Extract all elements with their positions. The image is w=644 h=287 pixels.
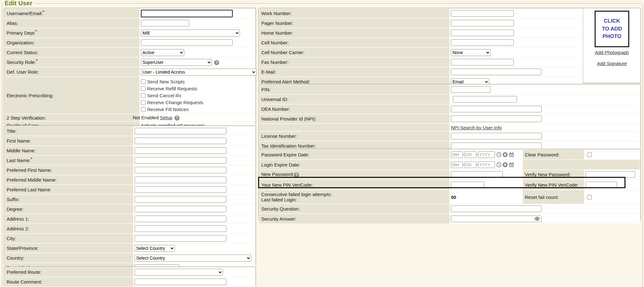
add-signature-link[interactable]: Add Signature [583, 61, 641, 66]
receive-change-requests-option[interactable]: Receive Change Requests [141, 99, 254, 106]
degree-value-cell [134, 205, 255, 214]
clear-date-icon[interactable] [502, 162, 508, 167]
login-expire-yyyy-input[interactable] [478, 161, 495, 168]
title-input[interactable] [135, 128, 226, 134]
npi-row: National Provider Id (NPI): [259, 114, 640, 123]
receive-refill-requests-label: Receive Refill Requests [147, 86, 197, 91]
username-input[interactable] [141, 10, 233, 17]
edit-user-page: Edit User Username/Email:* Alias: [0, 0, 644, 287]
security-question-input[interactable] [451, 205, 541, 212]
verify-new-password-input[interactable] [586, 171, 635, 178]
route-comment-input[interactable] [135, 279, 226, 285]
password-expire-yyyy-input[interactable] [478, 151, 495, 158]
add-photo-box[interactable]: CLICK TO ADD PHOTO [595, 11, 629, 47]
pref-last-name-row: Preferred Last Name [5, 185, 255, 194]
reset-fail-checkbox[interactable] [587, 195, 592, 200]
npi-search-link[interactable]: NPI Search by User Info [451, 125, 502, 130]
dea-number-input[interactable] [451, 106, 542, 112]
last-name-input[interactable] [135, 157, 226, 164]
email-input[interactable] [451, 69, 541, 75]
preferred-route-label-cell: Preferred Route: [5, 267, 133, 277]
receive-refill-requests-option[interactable]: Receive Refill Requests [141, 85, 254, 92]
verify-vericode-input[interactable] [586, 182, 617, 188]
preferred-route-select[interactable] [135, 269, 223, 276]
security-answer-label-cell: Security Answer: [259, 214, 449, 223]
alias-input[interactable] [141, 20, 189, 26]
eprescribing-value-cell: Send New Scripts Receive Refill Requests… [140, 77, 255, 114]
country-select[interactable]: Select Country [135, 255, 251, 262]
security-role-select[interactable]: SuperUser [141, 59, 212, 66]
npi-label: National Provider Id (NPI): [261, 116, 316, 121]
your-vericode-value-cell [450, 180, 522, 190]
def-user-role-select[interactable]: User - Limited Access [141, 69, 257, 76]
security-role-label-cell: Security Role:* [5, 58, 139, 67]
add-photograph-link[interactable]: Add Photograph [583, 50, 641, 55]
send-new-scripts-checkbox[interactable] [141, 79, 146, 84]
current-status-select[interactable]: Active [141, 49, 184, 56]
new-password-help-icon[interactable]: ? [294, 172, 299, 177]
pref-first-name-input[interactable] [135, 167, 226, 173]
your-vericode-input[interactable] [451, 182, 484, 188]
send-cancel-rx-option[interactable]: Send Cancel Rx [141, 92, 254, 99]
login-expire-dd-input[interactable] [464, 161, 476, 168]
clear-password-checkbox[interactable] [587, 152, 592, 157]
cell-carrier-select[interactable]: None [451, 49, 491, 56]
primary-dept-select[interactable]: MIE [141, 30, 240, 37]
password-expire-dd-input[interactable] [464, 151, 476, 158]
address1-input[interactable] [135, 216, 226, 222]
fax-number-input[interactable] [451, 59, 514, 65]
license-number-input[interactable] [451, 133, 542, 139]
receive-fill-notices-checkbox[interactable] [141, 107, 146, 112]
calendar-icon[interactable] [509, 162, 514, 167]
home-number-input[interactable] [451, 30, 514, 36]
pref-last-name-value-cell [134, 185, 255, 194]
send-cancel-rx-checkbox[interactable] [141, 93, 146, 98]
login-expire-mm-input[interactable] [451, 161, 463, 168]
pin-input[interactable] [451, 86, 491, 93]
verify-new-password-label: Verify New Password: [525, 172, 571, 177]
clock-icon[interactable] [496, 152, 502, 157]
work-number-input[interactable] [451, 10, 514, 17]
address2-input[interactable] [135, 225, 226, 232]
pref-last-name-input[interactable] [135, 186, 226, 193]
pager-number-input[interactable] [451, 20, 514, 26]
def-user-role-row: Def. User Role: User - Limited Access [5, 67, 255, 76]
failed-attempts-row: Consecutive failed login attempts: Last … [259, 190, 640, 204]
address2-label-cell: Address 2: [5, 224, 133, 233]
npi-input[interactable] [451, 115, 542, 122]
organization-input[interactable] [141, 39, 233, 46]
security-role-help-icon[interactable]: ? [214, 60, 219, 65]
state-select[interactable]: Select Country [135, 245, 175, 252]
send-new-scripts-option[interactable]: Send New Scripts [141, 78, 254, 85]
universal-id-input[interactable] [453, 96, 517, 103]
cell-number-label: Cell Number: [261, 40, 289, 45]
receive-fill-notices-option[interactable]: Receive Fill Notices [141, 106, 254, 113]
calendar-icon[interactable] [509, 152, 514, 157]
fax-number-row: Fax Number: [259, 58, 582, 67]
pin-label: PIN: [261, 87, 270, 92]
suffix-input[interactable] [135, 196, 226, 203]
cell-number-input[interactable] [451, 39, 514, 46]
clock-icon[interactable] [496, 162, 502, 167]
security-answer-input[interactable] [451, 216, 541, 222]
middle-name-input[interactable] [135, 147, 226, 154]
degree-input[interactable] [135, 206, 226, 212]
city-input[interactable] [135, 235, 226, 242]
eye-icon[interactable] [535, 217, 540, 222]
tax-id-input[interactable] [451, 143, 542, 149]
receive-refill-requests-checkbox[interactable] [141, 86, 146, 91]
new-password-input[interactable] [451, 171, 503, 178]
clear-date-icon[interactable] [502, 152, 508, 157]
photo-box-line3: PHOTO [602, 33, 621, 41]
two-step-setup-link[interactable]: Setup [160, 115, 172, 120]
last-name-label-cell: Last Name:* [5, 156, 133, 165]
receive-change-requests-checkbox[interactable] [141, 100, 146, 105]
two-step-row: 2 Step Verification: Not Enabled Setup ? [5, 114, 255, 121]
two-step-help-icon[interactable]: ? [175, 115, 180, 121]
pref-middle-name-input[interactable] [135, 177, 226, 183]
cell-number-label-cell: Cell Number: [259, 38, 449, 47]
route-table: Preferred Route: Route Comment: [4, 267, 256, 287]
verify-new-password-label-cell: Verify New Password: [523, 170, 584, 179]
password-expire-mm-input[interactable] [451, 151, 463, 158]
first-name-input[interactable] [135, 138, 226, 144]
